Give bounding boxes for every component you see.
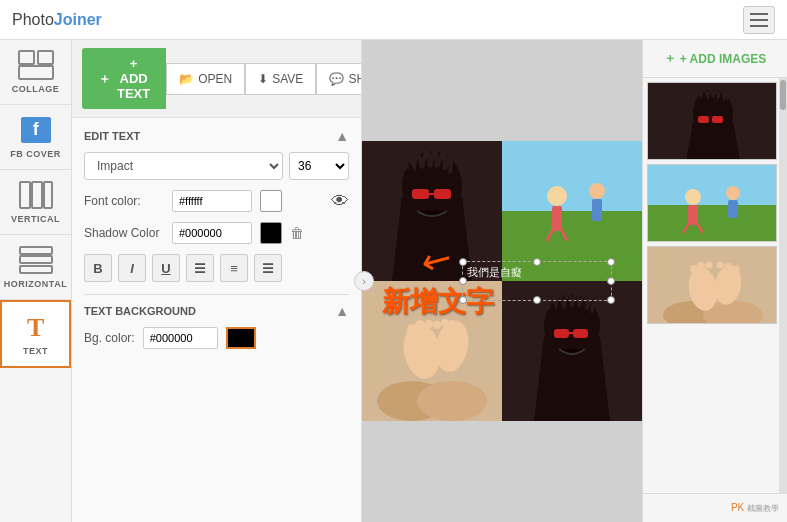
- handle-right-mid[interactable]: [607, 277, 615, 285]
- text-selection-box[interactable]: 我們是自癡: [462, 261, 612, 301]
- edit-text-section-title: EDIT TEXT ▲: [84, 128, 349, 144]
- share-label: SHARE: [348, 72, 362, 86]
- handle-top-right[interactable]: [607, 258, 615, 266]
- font-color-swatch[interactable]: [260, 190, 282, 212]
- svg-rect-15: [434, 189, 451, 199]
- sidebar-item-fb-cover[interactable]: f FB COVER: [0, 105, 71, 170]
- add-images-label: + ADD IMAGES: [680, 52, 767, 66]
- svg-rect-5: [20, 182, 30, 208]
- plus-icon: ＋: [98, 70, 111, 88]
- svg-rect-47: [648, 205, 777, 242]
- svg-point-61: [705, 262, 712, 269]
- bg-collapse-button[interactable]: ▲: [335, 303, 349, 319]
- svg-point-36: [456, 323, 464, 331]
- scroll-bar[interactable]: [779, 78, 787, 493]
- plus-icon: ＋: [664, 50, 676, 67]
- right-sidebar: ＋ + ADD IMAGES: [642, 40, 787, 522]
- add-images-button[interactable]: ＋ + ADD IMAGES: [643, 40, 787, 78]
- text-background-section: TEXT BACKGROUND ▲ Bg. color:: [84, 303, 349, 349]
- collapse-button[interactable]: ▲: [335, 128, 349, 144]
- main-layout: COLLAGE f FB COVER VERTICAL: [0, 40, 787, 522]
- font-size-select[interactable]: 36: [289, 152, 349, 180]
- align-center-button[interactable]: ≡: [220, 254, 248, 282]
- menu-button[interactable]: [743, 6, 775, 34]
- canvas-image-top-right[interactable]: [502, 141, 642, 281]
- dark-scene-image: [502, 281, 642, 421]
- text-icon: T: [18, 312, 54, 342]
- secondary-text-content: 我們是自癡: [463, 264, 526, 280]
- thumbnail-item-2[interactable]: [647, 164, 777, 242]
- add-text-button[interactable]: ＋ + ADD TEXT: [82, 48, 166, 109]
- share-button[interactable]: 💬 SHARE: [316, 63, 362, 95]
- italic-button[interactable]: I: [118, 254, 146, 282]
- svg-rect-17: [502, 141, 642, 211]
- handle-bottom-left[interactable]: [459, 296, 467, 304]
- svg-point-31: [415, 320, 425, 330]
- svg-point-33: [433, 321, 441, 329]
- handle-top-mid[interactable]: [533, 258, 541, 266]
- thumbnail-item-1[interactable]: [647, 82, 777, 160]
- edit-text-panel: EDIT TEXT ▲ Impact 36 Font color: 👁: [72, 118, 361, 522]
- bold-button[interactable]: B: [84, 254, 112, 282]
- section-divider: [84, 294, 349, 295]
- shadow-color-input[interactable]: [172, 222, 252, 244]
- handle-left-mid[interactable]: [459, 277, 467, 285]
- sidebar-item-collage[interactable]: COLLAGE: [0, 40, 71, 105]
- open-button[interactable]: 📂 OPEN: [166, 63, 245, 95]
- bg-color-input[interactable]: [143, 327, 218, 349]
- handle-bottom-right[interactable]: [607, 296, 615, 304]
- svg-rect-40: [573, 329, 588, 338]
- delete-shadow-button[interactable]: 🗑: [290, 225, 304, 241]
- svg-rect-7: [44, 182, 52, 208]
- hamburger-line: [750, 25, 768, 27]
- underline-button[interactable]: U: [152, 254, 180, 282]
- svg-point-48: [685, 189, 701, 205]
- footer-subtext: 截圖教學: [747, 503, 779, 513]
- format-row: B I U ☰ ≡ ☰: [84, 254, 349, 282]
- font-color-input[interactable]: [172, 190, 252, 212]
- sidebar-item-horizontal[interactable]: HORIZONTAL: [0, 235, 71, 300]
- footer-brand: PK: [731, 502, 744, 513]
- add-text-label: + ADD TEXT: [117, 56, 150, 101]
- canvas-image-bottom-right[interactable]: [502, 281, 642, 421]
- text-label: TEXT: [23, 346, 48, 356]
- bg-color-swatch[interactable]: [226, 327, 256, 349]
- handle-bottom-mid[interactable]: [533, 296, 541, 304]
- font-family-select[interactable]: Impact: [84, 152, 283, 180]
- shadow-color-swatch[interactable]: [260, 222, 282, 244]
- fb-cover-label: FB COVER: [10, 149, 61, 159]
- svg-rect-6: [32, 182, 42, 208]
- svg-rect-8: [20, 247, 52, 254]
- thumbnail-item-3[interactable]: [647, 246, 777, 324]
- handle-top-left[interactable]: [459, 258, 467, 266]
- right-sidebar-footer: PK 截圖教學: [643, 493, 787, 522]
- align-right-button[interactable]: ☰: [254, 254, 282, 282]
- scroll-thumb: [780, 80, 786, 110]
- horizontal-icon: [18, 245, 54, 275]
- thumbnail-1-image: [648, 83, 777, 160]
- svg-rect-39: [554, 329, 569, 338]
- sidebar-item-vertical[interactable]: VERTICAL: [0, 170, 71, 235]
- horizontal-label: HORIZONTAL: [4, 279, 67, 289]
- svg-point-60: [697, 262, 705, 270]
- shadow-color-label: Shadow Color: [84, 226, 164, 240]
- save-button[interactable]: ⬇ SAVE: [245, 63, 316, 95]
- left-sidebar: COLLAGE f FB COVER VERTICAL: [0, 40, 72, 522]
- panel-toggle-button[interactable]: ›: [354, 271, 374, 291]
- svg-point-23: [589, 183, 605, 199]
- sidebar-item-text[interactable]: T TEXT: [0, 300, 71, 368]
- collage-icon: [18, 50, 54, 80]
- svg-rect-46: [648, 165, 777, 205]
- hamburger-line: [750, 13, 768, 15]
- grass-scene-svg: [502, 141, 642, 281]
- thumbnail-list: [643, 78, 787, 493]
- fb-cover-icon: f: [18, 115, 54, 145]
- svg-point-64: [732, 266, 739, 273]
- dark-scene-svg: [502, 281, 642, 421]
- text-bg-section-title: TEXT BACKGROUND ▲: [84, 303, 349, 319]
- thumbnail-3-image: [648, 247, 777, 324]
- svg-rect-2: [19, 66, 53, 79]
- eye-button[interactable]: 👁: [331, 191, 349, 212]
- align-left-button[interactable]: ☰: [186, 254, 214, 282]
- svg-rect-9: [20, 256, 52, 263]
